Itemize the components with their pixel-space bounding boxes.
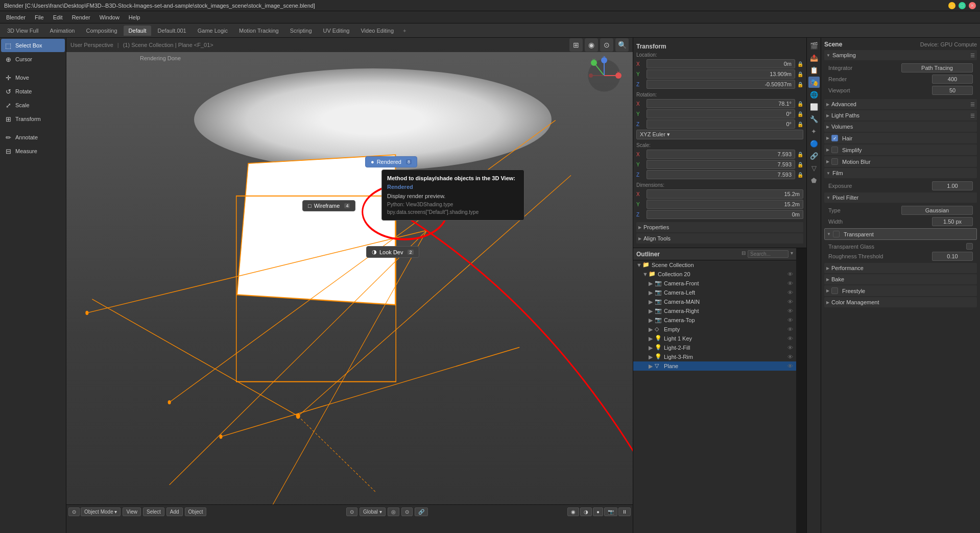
pixel-filter-section[interactable]: ▼ Pixel Filter [824, 192, 977, 203]
align-tools-collapse[interactable]: ▶ Align Tools [636, 233, 803, 244]
outliner-empty[interactable]: ▶ ◇ Empty 👁 [633, 325, 796, 334]
tab-3d-view-full[interactable]: 3D View Full [2, 26, 44, 36]
tab-uv-editing[interactable]: UV Editing [318, 26, 355, 36]
advanced-section[interactable]: ▶ Advanced ☰ [824, 99, 977, 109]
select-button[interactable]: Select [143, 507, 164, 516]
light-paths-section[interactable]: ▶ Light Paths ☰ [824, 110, 977, 120]
maximize-button[interactable]: □ [959, 2, 966, 9]
tab-default[interactable]: Default [124, 26, 152, 36]
scale-z-lock[interactable]: 🔒 [797, 172, 803, 178]
modifier-icon[interactable]: 🔧 [808, 113, 820, 125]
properties-collapse[interactable]: ▶ Properties [636, 222, 803, 232]
scale-z-value[interactable]: 7.593 [647, 170, 795, 179]
menu-render[interactable]: Render [68, 13, 94, 21]
expand-icon[interactable]: ▶ [649, 308, 654, 314]
mode-icon-button[interactable]: ⊙ [68, 507, 80, 516]
transparent-glass-checkbox[interactable] [966, 243, 973, 250]
outliner-options-icon[interactable]: ▾ [791, 250, 793, 258]
global-button[interactable]: Global ▾ [360, 507, 386, 516]
outliner-camera-left[interactable]: ▶ 📷 Camera-Left 👁 [633, 288, 796, 297]
physics-icon[interactable]: 🔵 [808, 138, 820, 149]
render-properties-icon[interactable]: 🎬 [808, 40, 820, 51]
outliner-search-input[interactable] [748, 250, 788, 258]
viewport-search-icon[interactable]: 🔍 [615, 38, 629, 52]
pause-render-button[interactable]: ⏸ [618, 507, 631, 516]
exposure-value[interactable]: 1.00 [932, 181, 973, 190]
simplify-section[interactable]: ▶ Simplify [824, 144, 977, 155]
expand-icon[interactable]: ▶ [649, 299, 654, 305]
performance-section[interactable]: ▶ Performance [824, 263, 977, 273]
output-properties-icon[interactable]: 📤 [808, 52, 820, 63]
viewport-grid-icon[interactable]: ⊞ [569, 38, 583, 52]
roughness-value[interactable]: 0.10 [932, 252, 973, 261]
tab-animation[interactable]: Animation [45, 26, 80, 36]
film-section[interactable]: ▼ Film [824, 168, 977, 178]
material-icon[interactable]: ⬟ [808, 175, 820, 186]
motion-blur-checkbox[interactable] [831, 158, 838, 165]
visibility-icon[interactable]: 👁 [787, 317, 793, 323]
tab-game-logic[interactable]: Game Logic [193, 26, 233, 36]
visibility-icon[interactable]: 👁 [787, 354, 793, 360]
visibility-icon[interactable]: 👁 [787, 308, 793, 314]
dimensions-y-value[interactable]: 15.2m [647, 200, 803, 209]
tool-transform[interactable]: ⊞ Transform [1, 112, 65, 126]
minimize-button[interactable]: – [948, 2, 955, 9]
rotation-y-lock[interactable]: 🔒 [797, 111, 803, 117]
xray-toggle[interactable]: ◑ [580, 507, 592, 516]
location-x-lock[interactable]: 🔒 [797, 61, 803, 67]
add-button[interactable]: Add [166, 507, 183, 516]
visibility-icon[interactable]: 👁 [787, 345, 793, 351]
outliner-filter-icon[interactable]: ⊟ [742, 250, 746, 258]
wireframe-button[interactable]: □ Wireframe 4 [302, 200, 355, 211]
snapping-button[interactable]: 🔗 [415, 507, 428, 516]
object-properties-icon[interactable]: ⬜ [808, 101, 820, 112]
location-y-value[interactable]: 13.909m [647, 69, 795, 79]
rotation-x-value[interactable]: 78.1° [647, 99, 795, 108]
view-layer-icon[interactable]: 📋 [808, 64, 820, 76]
tool-measure[interactable]: ⊟ Measure [1, 144, 65, 158]
rotation-y-value[interactable]: 0° [647, 109, 795, 118]
hair-checkbox[interactable] [831, 135, 838, 141]
scale-y-lock[interactable]: 🔒 [797, 162, 803, 167]
tool-rotate[interactable]: ↺ Rotate [1, 85, 65, 98]
outliner-camera-front[interactable]: ▶ 📷 Camera-Front 👁 [633, 279, 796, 288]
outliner-plane[interactable]: ▶ ▽ Plane 👁 [633, 361, 796, 371]
data-properties-icon[interactable]: ▽ [808, 162, 820, 174]
object-mode-button[interactable]: Object Mode ▾ [81, 507, 121, 516]
visibility-icon[interactable]: 👁 [787, 335, 793, 342]
hair-section[interactable]: ▶ Hair [824, 133, 977, 143]
overlay-toggle[interactable]: ◉ [567, 507, 579, 516]
sampling-header[interactable]: ▼ Sampling ☰ [824, 50, 977, 60]
outliner-collection-20[interactable]: ▼ 📁 Collection 20 👁 [633, 270, 796, 279]
menu-blender[interactable]: Blender [2, 13, 30, 21]
menu-help[interactable]: Help [125, 13, 145, 21]
menu-edit[interactable]: Edit [49, 13, 67, 21]
motion-blur-section[interactable]: ▶ Motion Blur [824, 156, 977, 167]
sampling-menu-icon[interactable]: ☰ [970, 53, 975, 58]
tab-motion-tracking[interactable]: Motion Tracking [234, 26, 284, 36]
visibility-icon[interactable]: 👁 [787, 326, 793, 332]
transparent-checkbox[interactable] [833, 231, 840, 237]
location-x-value[interactable]: 0m [647, 59, 795, 68]
outliner-camera-top[interactable]: ▶ 📷 Camera-Top 👁 [633, 316, 796, 325]
dimensions-x-value[interactable]: 15.2m [647, 189, 803, 199]
visibility-icon[interactable]: 👁 [787, 299, 793, 305]
outliner-light-3-rim[interactable]: ▶ 💡 Light-3-Rim 👁 [633, 352, 796, 361]
tool-move[interactable]: ✛ Move [1, 71, 65, 84]
viewport-gizmo-icon[interactable]: ⊙ [600, 38, 613, 52]
expand-icon[interactable]: ▶ [649, 335, 654, 342]
color-management-section[interactable]: ▶ Color Management [824, 297, 977, 307]
dimensions-z-value[interactable]: 0m [647, 210, 803, 219]
transform-origin-button[interactable]: ⊙ [346, 507, 357, 516]
outliner-light-1-key[interactable]: ▶ 💡 Light 1 Key 👁 [633, 334, 796, 343]
integrator-dropdown[interactable]: Path Tracing [901, 63, 973, 72]
close-button[interactable]: ✕ [969, 2, 976, 9]
location-z-value[interactable]: -0.50937m [647, 80, 795, 89]
simplify-checkbox[interactable] [831, 147, 838, 153]
scale-x-value[interactable]: 7.593 [647, 150, 795, 159]
rendered-button[interactable]: ● Rendered 8 [365, 156, 417, 167]
expand-icon[interactable]: ▶ [649, 363, 654, 370]
advanced-menu-icon[interactable]: ☰ [970, 102, 975, 107]
expand-icon[interactable]: ▶ [649, 317, 654, 324]
object-button[interactable]: Object [185, 507, 207, 516]
